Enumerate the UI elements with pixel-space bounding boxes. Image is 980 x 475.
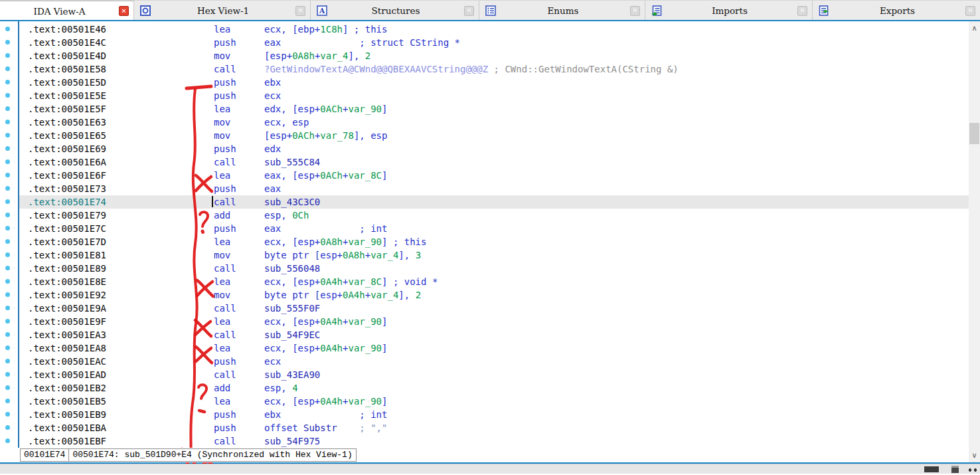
line-mnemonic: mov (214, 288, 230, 302)
breakpoint-dot-gutter (0, 21, 18, 462)
disasm-line[interactable]: .text:00501E5Dpushebx (19, 76, 969, 89)
instruction-dot (5, 359, 10, 363)
status-location-sync: 00501E74: sub_501D90+E4 (Synchronized wi… (69, 448, 356, 462)
line-mnemonic: lea (214, 275, 230, 288)
line-address: .text:00501EBF (28, 434, 106, 448)
instruction-dot (5, 345, 10, 350)
instruction-dot (5, 93, 10, 98)
line-mnemonic: mov (214, 248, 230, 262)
close-icon[interactable]: ✕ (965, 6, 975, 16)
line-address: .text:00501E58 (28, 62, 106, 76)
line-mnemonic: push (214, 142, 236, 155)
line-address: .text:00501E81 (28, 248, 106, 262)
disassembly-listing[interactable]: .text:00501E46leaecx, [ebp+1C8h] ; this.… (19, 23, 969, 448)
close-icon[interactable]: ✕ (119, 6, 129, 16)
line-mnemonic: add (214, 381, 230, 395)
disasm-line[interactable]: .text:00501EB9pushebx ; int (19, 408, 969, 421)
disasm-line[interactable]: .text:00501E7Dleaecx, [esp+0A8h+var_90] … (19, 235, 969, 248)
scroll-down-icon[interactable]: ∨ (969, 450, 980, 461)
line-operands: sub_555F0F (264, 302, 320, 315)
disasm-line[interactable]: .text:00501E4Dmov[esp+0A8h+var_4], 2 (19, 49, 969, 62)
vertical-scrollbar[interactable]: ∧ ∨ (969, 21, 980, 462)
disasm-line[interactable]: .text:00501E81movbyte ptr [esp+0A8h+var_… (19, 248, 969, 262)
disasm-line[interactable]: .text:00501EADcallsub_43EA90 (19, 368, 969, 381)
line-operands: offset Substr ; "," (264, 421, 387, 434)
line-operands: ecx, [esp+0A4h+var_8C] ; void * (264, 275, 438, 288)
disasm-line[interactable]: .text:00501EB2addesp, 4 (19, 381, 969, 395)
disasm-line[interactable]: .text:00501E4Cpusheax ; struct CString * (19, 36, 969, 49)
instruction-dot (5, 173, 10, 177)
scroll-up-icon[interactable]: ∧ (969, 23, 980, 34)
scrollbar-thumb[interactable] (969, 123, 979, 144)
disasm-line[interactable]: .text:00501E65mov[esp+0ACh+var_78], esp (19, 129, 969, 142)
disasm-line[interactable]: .text:00501E74callsub_43C3C0 (19, 195, 969, 209)
line-address: .text:00501E8E (28, 275, 106, 288)
disasm-line[interactable]: .text:00501E46leaecx, [ebp+1C8h] ; this (19, 23, 969, 36)
line-address: .text:00501E69 (28, 142, 106, 155)
disasm-line[interactable]: .text:00501E9Fleaecx, [esp+0A4h+var_90] (19, 315, 969, 328)
disasm-line[interactable]: .text:00501E69pushedx (19, 142, 969, 155)
tab-enums[interactable]: Enums ✕ (479, 1, 645, 21)
tab-hex-view-1[interactable]: Hex View-1 ✕ (134, 1, 311, 21)
disasm-line[interactable]: .text:00501E89callsub_556048 (19, 262, 969, 275)
close-icon[interactable]: ✕ (797, 6, 807, 16)
disasm-line[interactable]: .text:00501EA3callsub_54F9EC (19, 328, 969, 341)
line-operands: edx, [esp+0ACh+var_90] (264, 102, 387, 116)
taskbar-icon-window[interactable] (951, 466, 959, 473)
line-operands: byte ptr [esp+0A4h+var_4], 2 (264, 288, 421, 302)
disasm-line[interactable]: .text:00501EA8leaecx, [esp+0A4h+var_90] (19, 341, 969, 355)
taskbar-icon-wide[interactable] (924, 466, 939, 472)
line-address: .text:00501E63 (28, 116, 106, 129)
disasm-line[interactable]: .text:00501EACpushecx (19, 355, 969, 368)
disasm-line[interactable]: .text:00501E79addesp, 0Ch (19, 209, 969, 222)
disasm-line[interactable]: .text:00501E92movbyte ptr [esp+0A4h+var_… (19, 288, 969, 302)
line-address: .text:00501E73 (28, 182, 106, 195)
tab-ida-view-a[interactable]: IDA View-A ✕ (0, 1, 134, 21)
disasm-line[interactable]: .text:00501EB5leaecx, [esp+0A4h+var_90] (19, 395, 969, 408)
instruction-dot (5, 319, 10, 324)
line-address: .text:00501E79 (28, 209, 106, 222)
line-operands: sub_54F9EC (264, 328, 320, 341)
disasm-line[interactable]: .text:00501E6Fleaeax, [esp+0ACh+var_8C] (19, 169, 969, 182)
disasm-line[interactable]: .text:00501E7Cpusheax ; int (19, 222, 969, 235)
structures-icon: A (317, 5, 327, 16)
line-mnemonic: push (214, 408, 236, 421)
close-icon[interactable]: ✕ (295, 6, 305, 16)
line-operands: ecx, [esp+0A4h+var_90] (264, 395, 387, 408)
imports-icon (651, 5, 662, 16)
disasm-line[interactable]: .text:00501E5Epushecx (19, 89, 969, 102)
status-bar: 00101E74 00501E74: sub_501D90+E4 (Synchr… (0, 448, 969, 462)
tab-imports[interactable]: Imports ✕ (645, 1, 813, 21)
disasm-line[interactable]: .text:00501E8Eleaecx, [esp+0A4h+var_8C] … (19, 275, 969, 288)
disasm-line[interactable]: .text:00501EBFcallsub_54F975 (19, 434, 969, 448)
disasm-line[interactable]: .text:00501EBApushoffset Substr ; "," (19, 421, 969, 434)
text-cursor (212, 196, 213, 207)
line-address: .text:00501E65 (28, 129, 106, 142)
line-mnemonic: push (214, 355, 236, 368)
close-icon[interactable]: ✕ (630, 6, 640, 16)
instruction-dot (5, 53, 10, 58)
close-icon[interactable]: ✕ (464, 6, 474, 16)
line-mnemonic: push (214, 36, 236, 49)
line-operands: esp, 0Ch (264, 209, 309, 222)
disasm-line[interactable]: .text:00501E58call?GetWindowTextA@CWnd@@… (19, 62, 969, 76)
taskbar-icon-dots[interactable] (968, 468, 977, 472)
line-mnemonic: mov (214, 116, 230, 129)
line-operands: ecx, [esp+0A8h+var_90] ; this (264, 235, 426, 248)
line-mnemonic: add (214, 209, 230, 222)
line-address: .text:00501E9A (28, 302, 106, 315)
tab-structures[interactable]: A Structures ✕ (311, 1, 479, 21)
line-operands: ecx (264, 89, 281, 102)
line-mnemonic: call (214, 328, 236, 341)
tab-exports[interactable]: Exports ✕ (813, 1, 980, 21)
disasm-line[interactable]: .text:00501E5Fleaedx, [esp+0ACh+var_90] (19, 102, 969, 116)
disasm-line[interactable]: .text:00501E63movecx, esp (19, 116, 969, 129)
disasm-line[interactable]: .text:00501E6Acallsub_555C84 (19, 155, 969, 169)
line-mnemonic: lea (214, 395, 230, 408)
instruction-dot (5, 186, 10, 191)
line-address: .text:00501E5F (28, 102, 106, 116)
disasm-line[interactable]: .text:00501E9Acallsub_555F0F (19, 302, 969, 315)
instruction-dot (5, 213, 10, 217)
disasm-line[interactable]: .text:00501E73pusheax (19, 182, 969, 195)
status-relative-address: 00101E74 (20, 448, 69, 462)
